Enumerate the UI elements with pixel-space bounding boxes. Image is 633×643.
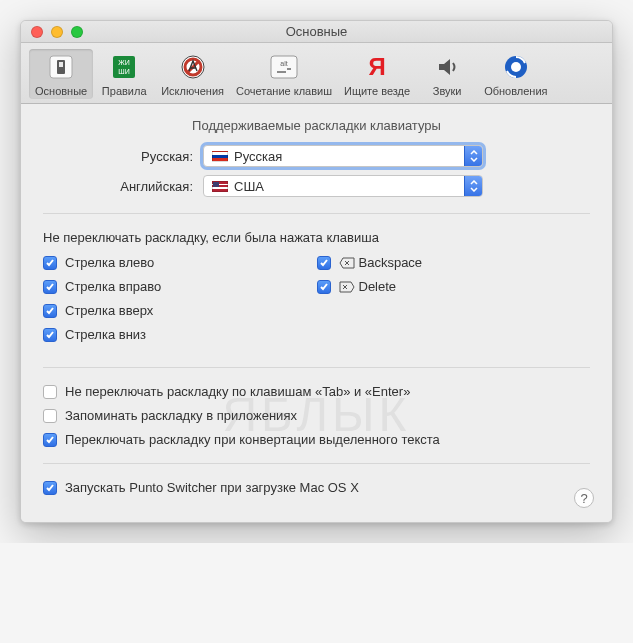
separator	[43, 367, 590, 368]
tab-label: Исключения	[161, 85, 224, 97]
english-label: Английская:	[43, 179, 203, 194]
flag-ru-icon	[212, 151, 228, 162]
yandex-icon: Я	[361, 51, 393, 83]
svg-text:ЖИ: ЖИ	[118, 59, 130, 66]
checkbox-icon	[317, 256, 331, 270]
russian-layout-popup[interactable]: Русская	[203, 145, 483, 167]
svg-point-13	[511, 62, 521, 72]
checkbox-autostart[interactable]: Запускать Punto Switcher при загрузке Ma…	[43, 480, 590, 495]
checkbox-label: Стрелка вниз	[65, 327, 146, 342]
switch-icon	[45, 51, 77, 83]
checkbox-convert[interactable]: Переключать раскладку при конвертации вы…	[43, 432, 590, 447]
russian-label: Русская:	[43, 149, 203, 164]
checkbox-remember[interactable]: Запоминать раскладку в приложениях	[43, 408, 590, 423]
toolbar: Основные ЖИШИ Правила Исключения alt Соч…	[21, 43, 612, 104]
checkbox-icon	[317, 280, 331, 294]
checkbox-icon	[43, 433, 57, 447]
tab-shortcuts[interactable]: alt Сочетание клавиш	[230, 49, 338, 99]
checkbox-icon	[43, 328, 57, 342]
preferences-window: Основные Основные ЖИШИ Правила Исключени…	[20, 20, 613, 523]
checkbox-arrow-down[interactable]: Стрелка вниз	[43, 327, 317, 342]
svg-text:alt: alt	[280, 60, 287, 67]
checkbox-label: Переключать раскладку при конвертации вы…	[65, 432, 440, 447]
backspace-key-icon	[339, 257, 355, 269]
tab-label: Ищите везде	[344, 85, 410, 97]
checkbox-arrow-up[interactable]: Стрелка вверх	[43, 303, 317, 318]
tab-label: Обновления	[484, 85, 547, 97]
tab-label: Сочетание клавиш	[236, 85, 332, 97]
tab-rules[interactable]: ЖИШИ Правила	[93, 49, 155, 99]
speaker-icon	[431, 51, 463, 83]
checkbox-arrow-left[interactable]: Стрелка влево	[43, 255, 317, 270]
separator	[43, 463, 590, 464]
tab-general[interactable]: Основные	[29, 49, 93, 99]
svg-text:ШИ: ШИ	[118, 68, 129, 75]
chevron-updown-icon	[464, 176, 482, 196]
tab-updates[interactable]: Обновления	[478, 49, 553, 99]
checkbox-icon	[43, 280, 57, 294]
checkbox-icon	[43, 409, 57, 423]
tab-label: Правила	[102, 85, 147, 97]
english-layout-popup[interactable]: США	[203, 175, 483, 197]
svg-text:Я: Я	[368, 53, 385, 80]
checkbox-label: Стрелка вверх	[65, 303, 153, 318]
window-title: Основные	[21, 24, 612, 39]
tab-exceptions[interactable]: Исключения	[155, 49, 230, 99]
checkbox-backspace[interactable]: Backspace	[317, 255, 591, 270]
tab-sounds[interactable]: Звуки	[416, 49, 478, 99]
tab-search[interactable]: Я Ищите везде	[338, 49, 416, 99]
nosign-icon	[177, 51, 209, 83]
checkbox-arrow-right[interactable]: Стрелка вправо	[43, 279, 317, 294]
checkbox-label: Запускать Punto Switcher при загрузке Ma…	[65, 480, 359, 495]
checkbox-label: Delete	[359, 279, 397, 294]
checkbox-label: Стрелка влево	[65, 255, 154, 270]
help-icon: ?	[580, 491, 587, 506]
checkbox-icon	[43, 256, 57, 270]
titlebar: Основные	[21, 21, 612, 43]
noswitch-heading: Не переключать раскладку, если была нажа…	[43, 230, 590, 245]
checkbox-icon	[43, 304, 57, 318]
help-button[interactable]: ?	[574, 488, 594, 508]
checkbox-icon	[43, 385, 57, 399]
checkbox-delete[interactable]: Delete	[317, 279, 591, 294]
checkbox-label: Стрелка вправо	[65, 279, 161, 294]
checkbox-tab-enter[interactable]: Не переключать раскладку по клавишам «Ta…	[43, 384, 590, 399]
tab-label: Основные	[35, 85, 87, 97]
content: ЯБЛЫК Поддерживаемые раскладки клавиатур…	[21, 104, 612, 522]
svg-rect-2	[59, 62, 63, 67]
russian-value: Русская	[234, 149, 282, 164]
checkbox-label: Backspace	[359, 255, 423, 270]
update-icon	[500, 51, 532, 83]
checkbox-icon	[43, 481, 57, 495]
chevron-updown-icon	[464, 146, 482, 166]
alt-key-icon: alt	[268, 51, 300, 83]
checkbox-label: Запоминать раскладку в приложениях	[65, 408, 297, 423]
separator	[43, 213, 590, 214]
flag-us-icon	[212, 181, 228, 192]
delete-key-icon	[339, 281, 355, 293]
book-icon: ЖИШИ	[108, 51, 140, 83]
layouts-heading: Поддерживаемые раскладки клавиатуры	[43, 118, 590, 133]
tab-label: Звуки	[433, 85, 462, 97]
checkbox-label: Не переключать раскладку по клавишам «Ta…	[65, 384, 410, 399]
english-value: США	[234, 179, 264, 194]
